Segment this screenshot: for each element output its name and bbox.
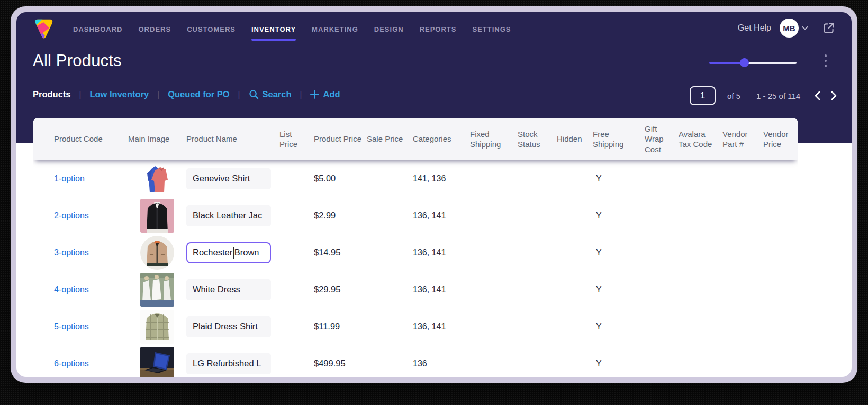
column-header-main-image[interactable]: Main Image [128,134,186,144]
column-header-product-code[interactable]: Product Code [33,134,128,144]
product-name-cell[interactable]: Genevive Shirt [186,168,271,189]
column-header-vendor-price[interactable]: Vendor Price [763,129,798,149]
product-code-link[interactable]: 2-options [33,211,128,220]
nav-item-settings[interactable]: SETTINGS [472,23,511,33]
column-header-free-shipping[interactable]: Free Shipping [593,129,645,149]
product-image[interactable] [140,347,174,378]
pagination: of 5 1 - 25 of 114 [690,86,837,105]
nav-item-marketing[interactable]: MARKETING [312,23,358,33]
product-image[interactable] [140,310,174,344]
column-header-stock-status[interactable]: Stock Status [518,129,557,149]
categories-cell: 136, 141 [413,285,470,294]
main-image-cell[interactable] [128,347,186,378]
table-row: 6-options LG Refurbished L $499.95 136 [33,345,798,377]
external-link-icon[interactable] [822,21,836,35]
main-image-cell[interactable] [128,236,186,270]
separator: | [157,90,159,99]
search-button[interactable]: Search [249,89,292,99]
product-price-cell: $2.99 [314,210,367,220]
product-price-cell: $11.99 [314,321,367,332]
free-shipping-cell: Y [593,322,645,332]
product-price-cell: $5.00 [314,173,367,183]
product-name-cell[interactable]: LG Refurbished L [186,353,271,374]
chevron-right-icon [831,91,837,100]
separator: | [300,90,302,99]
nav-item-orders[interactable]: ORDERS [139,23,171,33]
product-code-link[interactable]: 1-option [33,174,128,183]
categories-cell: 141, 136 [413,174,470,183]
product-image[interactable] [140,273,174,307]
account-menu[interactable]: MB [780,19,808,38]
nav-item-design[interactable]: DESIGN [374,23,404,33]
main-image-cell[interactable] [128,273,186,307]
row-density-slider[interactable] [709,57,797,69]
get-help-link[interactable]: Get Help [738,23,771,33]
free-shipping-cell: Y [593,359,645,369]
tab-products[interactable]: Products [33,89,71,99]
add-product-button[interactable]: Add [310,89,340,99]
table-header-row: Product Code Main Image Product Name Lis… [33,118,798,160]
free-shipping-cell: Y [593,174,645,183]
page-count-label: of 5 [727,91,740,100]
nav-item-dashboard[interactable]: DASHBOARD [73,23,123,33]
next-page-button[interactable] [831,91,837,100]
column-header-hidden[interactable]: Hidden [557,134,593,144]
product-code-link[interactable]: 6-options [33,359,128,369]
column-header-gift-wrap-cost[interactable]: Gift Wrap Cost [645,124,679,154]
table-row: 4-options White Dress $29.9 [33,271,798,308]
products-table: Product Code Main Image Product Name Lis… [33,118,798,377]
table-row: 3-options Rochester [33,234,798,271]
page-number-input[interactable] [690,86,716,105]
categories-cell: 136, 141 [413,322,470,332]
column-header-categories[interactable]: Categories [413,134,470,144]
product-image[interactable] [140,199,174,233]
main-image-cell[interactable] [128,162,186,196]
main-image-cell[interactable] [128,199,186,233]
free-shipping-cell: Y [593,211,645,220]
product-name-cell[interactable]: Black Leather Jac [186,205,271,226]
column-header-product-price[interactable]: Product Price [314,134,367,144]
column-header-list-price[interactable]: List Price [279,129,314,149]
product-code-link[interactable]: 3-options [33,248,128,257]
main-image-cell[interactable] [128,310,186,344]
table-row: 5-options [33,308,798,345]
product-code-link[interactable]: 5-options [33,322,128,332]
product-code-link[interactable]: 4-options [33,285,128,294]
nav-item-customers[interactable]: CUSTOMERS [187,23,236,33]
chevron-down-icon [802,26,808,30]
tab-low-inventory[interactable]: Low Inventory [89,89,149,99]
table-row: 2-options Black Leather Jac $2.99 136, 1… [33,197,798,234]
column-header-sale-price[interactable]: Sale Price [367,134,413,144]
volusion-logo-icon[interactable] [32,16,56,41]
column-header-product-name[interactable]: Product Name [186,134,279,144]
tab-queued-for-po[interactable]: Queued for PO [168,89,229,99]
chevron-left-icon [815,91,820,100]
product-name-cell[interactable]: White Dress [186,279,271,300]
product-price-cell: $14.95 [314,247,367,257]
slider-track-filled [709,62,744,64]
column-header-fixed-shipping[interactable]: Fixed Shipping [470,129,518,149]
admin-app: DASHBOARD ORDERS CUSTOMERS INVENTORY MAR… [16,12,852,377]
product-name-cell[interactable]: Plaid Dress Shirt [186,316,271,337]
product-image[interactable] [140,236,174,270]
column-header-vendor-part[interactable]: Vendor Part # [722,129,763,149]
slider-track-empty [744,62,797,64]
nav-item-inventory[interactable]: INVENTORY [251,23,296,33]
search-icon [249,89,259,99]
name-text-after-caret: Brown [234,247,259,257]
top-navigation: DASHBOARD ORDERS CUSTOMERS INVENTORY MAR… [16,12,852,44]
categories-cell: 136 [413,359,470,369]
avatar[interactable]: MB [780,19,799,38]
more-options-button[interactable] [820,54,831,70]
free-shipping-cell: Y [593,285,645,294]
nav-item-reports[interactable]: REPORTS [420,23,457,33]
product-image[interactable] [140,162,174,196]
results-range-label: 1 - 25 of 114 [756,91,800,100]
separator: | [238,90,240,99]
product-name-input[interactable]: Rochester Brown [186,242,271,263]
text-caret [233,247,234,259]
column-header-avalara-tax-code[interactable]: Avalara Tax Code [679,129,722,149]
previous-page-button[interactable] [815,91,820,100]
nav-right-group: Get Help MB [738,19,836,38]
slider-thumb[interactable] [740,58,749,67]
